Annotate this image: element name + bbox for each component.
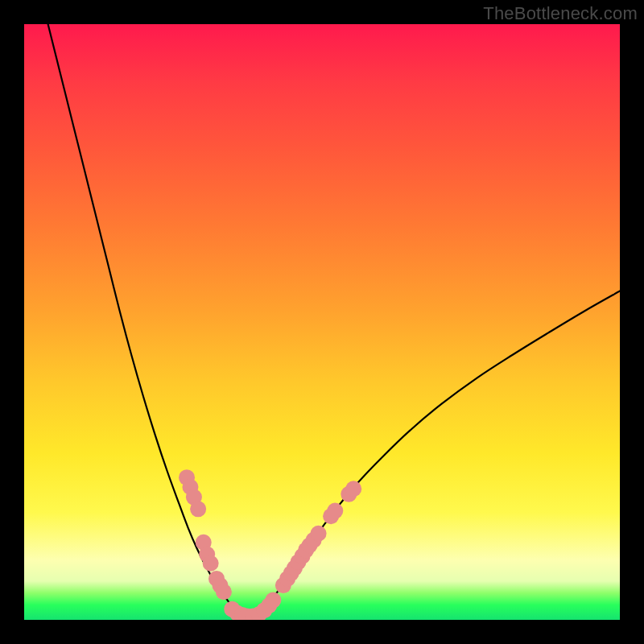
marker-dot	[327, 503, 343, 519]
marker-group	[179, 469, 361, 620]
chart-frame: TheBottleneck.com	[0, 0, 644, 644]
plot-area	[24, 24, 620, 620]
watermark-text: TheBottleneck.com	[483, 3, 638, 24]
marker-dot	[265, 592, 281, 609]
curve-layer	[24, 24, 620, 620]
marker-dot	[345, 481, 361, 497]
marker-dot	[203, 555, 219, 572]
curve-right	[254, 291, 620, 617]
marker-dot	[311, 526, 327, 542]
curve-left	[48, 24, 244, 617]
marker-dot	[216, 584, 232, 600]
marker-dot	[190, 501, 206, 517]
